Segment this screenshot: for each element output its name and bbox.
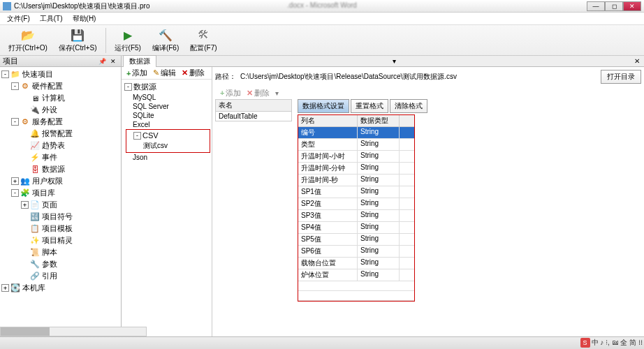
format-tab-button[interactable]: 数据格式设置 — [298, 99, 349, 113]
empty-row[interactable] — [298, 281, 414, 291]
schema-row[interactable]: 升温时间-分钟String — [298, 163, 414, 174]
schema-row[interactable]: 编号String — [298, 127, 414, 139]
cell-name[interactable]: 升温时间-小时 — [298, 151, 358, 162]
schema-row[interactable]: SP1值String — [298, 186, 414, 198]
menu-file[interactable]: 文件(F) — [3, 13, 34, 24]
ds-excel[interactable]: Excel — [123, 120, 210, 129]
minimize-button[interactable]: — — [587, 1, 605, 11]
open-dir-button[interactable]: 打开目录 — [601, 70, 641, 84]
tree-user-perm[interactable]: +👥用户权限 — [1, 175, 119, 187]
cell-name[interactable]: 类型 — [298, 139, 358, 150]
cell-type[interactable]: String — [358, 269, 400, 281]
tree-template[interactable]: 📋项目模板 — [1, 223, 119, 235]
cell-type[interactable]: String — [358, 258, 400, 269]
open-button[interactable]: 📂 打开(Ctrl+O) — [4, 26, 52, 54]
cell-type[interactable]: String — [358, 246, 400, 257]
ds-delete-button[interactable]: ✕删除 — [180, 67, 207, 79]
empty-row[interactable] — [298, 291, 414, 301]
cell-name[interactable]: 升温时间-秒 — [298, 174, 358, 186]
cell-name[interactable]: 炉体位置 — [298, 269, 358, 281]
horizontal-scrollbar[interactable] — [0, 327, 147, 336]
tree-page[interactable]: +📄页面 — [1, 199, 119, 211]
reset-format-button[interactable]: 重置格式 — [351, 99, 388, 113]
ds-add-button[interactable]: +添加 — [124, 67, 149, 79]
cell-type[interactable]: String — [358, 174, 400, 186]
schema-row[interactable]: 类型String — [298, 139, 414, 151]
tree-project-lib[interactable]: -🧩项目库 — [1, 187, 119, 199]
tree-svc-config[interactable]: -⚙服务配置 — [1, 116, 119, 128]
cell-name[interactable]: 升温时间-分钟 — [298, 163, 358, 174]
close-button[interactable]: ✕ — [623, 1, 641, 11]
table-add-button[interactable]: +添加 — [218, 87, 243, 99]
table-dropdown-button[interactable]: ▾ — [273, 89, 281, 98]
schema-row[interactable]: 升温时间-小时String — [298, 151, 414, 163]
cell-type[interactable]: String — [358, 163, 400, 174]
compile-button[interactable]: 🔨 编译(F6) — [148, 26, 183, 54]
schema-row[interactable]: SP5值String — [298, 234, 414, 246]
ds-mysql[interactable]: MySQL — [123, 93, 210, 102]
cell-type[interactable]: String — [358, 127, 400, 138]
schema-row[interactable]: SP3值String — [298, 210, 414, 222]
ds-root[interactable]: -数据源 — [123, 81, 210, 93]
tree-root[interactable]: -📁快速项目 — [1, 68, 119, 80]
tree-event[interactable]: ⚡事件 — [1, 151, 119, 163]
cell-type[interactable]: String — [358, 222, 400, 233]
tab-datasource[interactable]: 数据源 — [123, 55, 156, 67]
ime-icon[interactable]: S — [580, 338, 590, 348]
save-button[interactable]: 💾 保存(Ctrl+S) — [54, 26, 101, 54]
clear-format-button[interactable]: 清除格式 — [390, 99, 427, 113]
config-button[interactable]: 🛠 配置(F7) — [186, 26, 221, 54]
scrollbar-thumb[interactable] — [1, 327, 50, 336]
cell-name[interactable]: SP6值 — [298, 246, 358, 257]
tab-close-icon[interactable]: ✕ — [631, 57, 643, 65]
cell-type[interactable]: String — [358, 186, 400, 198]
schema-row[interactable]: SP2值String — [298, 198, 414, 210]
cell-type[interactable]: String — [358, 151, 400, 162]
cell-type[interactable]: String — [358, 198, 400, 209]
maximize-button[interactable]: ◻ — [605, 1, 623, 11]
col-header-type[interactable]: 数据类型 — [358, 115, 400, 126]
cell-type[interactable]: String — [358, 139, 400, 150]
schema-row[interactable]: SP4值String — [298, 222, 414, 234]
ds-sqlite[interactable]: SQLite — [123, 111, 210, 120]
schema-row[interactable]: 炉体位置String — [298, 269, 414, 281]
ds-csv[interactable]: -CSV — [124, 131, 210, 140]
schema-row[interactable]: 载物台位置String — [298, 258, 414, 269]
table-list-item[interactable]: DefaultTable — [215, 112, 292, 121]
ds-edit-button[interactable]: ✎编辑 — [151, 67, 178, 79]
menu-help[interactable]: 帮助(H) — [68, 13, 101, 24]
tray-status[interactable]: 中 ♪ ⁝, 🖭 全 简 ⁞⁞ — [592, 338, 643, 348]
tree-script[interactable]: 📜脚本 — [1, 246, 119, 258]
tree-datasource[interactable]: 🗄数据源 — [1, 163, 119, 175]
cell-type[interactable]: String — [358, 234, 400, 245]
run-button[interactable]: ▶ 运行(F5) — [110, 26, 145, 54]
schema-row[interactable]: 升温时间-秒String — [298, 174, 414, 186]
pin-icon[interactable]: 📌 — [96, 58, 108, 65]
panel-close-icon[interactable]: ✕ — [108, 58, 118, 65]
tree-trend[interactable]: 📈趋势表 — [1, 140, 119, 151]
ds-csv-item[interactable]: 测试csv — [124, 140, 210, 151]
col-header-name[interactable]: 列名 — [298, 115, 358, 126]
tree-ref[interactable]: 🔗引用 — [1, 270, 119, 282]
cell-name[interactable]: SP2值 — [298, 198, 358, 209]
tree-peripheral[interactable]: 🔌外设 — [1, 104, 119, 116]
cell-name[interactable]: SP3值 — [298, 210, 358, 221]
tree-alarm[interactable]: 🔔报警配置 — [1, 128, 119, 140]
cell-type[interactable]: String — [358, 210, 400, 221]
cell-name[interactable]: SP4值 — [298, 222, 358, 233]
cell-name[interactable]: SP5值 — [298, 234, 358, 245]
tree-computer[interactable]: 🖥计算机 — [1, 92, 119, 104]
tree-symbol[interactable]: 🔣项目符号 — [1, 211, 119, 223]
menu-tool[interactable]: 工具(T) — [36, 13, 67, 24]
table-delete-button[interactable]: ✕删除 — [244, 87, 272, 99]
schema-row[interactable]: SP6值String — [298, 246, 414, 258]
tree-param[interactable]: 🔧参数 — [1, 258, 119, 270]
tab-dropdown-icon[interactable]: ▾ — [390, 57, 399, 65]
ds-sqlserver[interactable]: SQL Server — [123, 102, 210, 111]
tree-hw-config[interactable]: -⚙硬件配置 — [1, 80, 119, 92]
cell-name[interactable]: SP1值 — [298, 186, 358, 198]
cell-name[interactable]: 编号 — [298, 127, 358, 138]
cell-name[interactable]: 载物台位置 — [298, 258, 358, 269]
ds-json[interactable]: Json — [123, 153, 210, 162]
tree-local-lib[interactable]: +💽本机库 — [1, 282, 119, 294]
